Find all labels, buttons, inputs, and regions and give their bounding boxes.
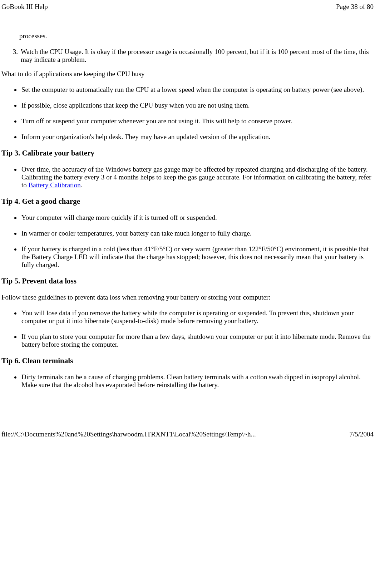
page-footer: file://C:\Documents%20and%20Settings\har… <box>1 397 374 441</box>
bullet-list-tip6: Dirty terminals can be a cause of chargi… <box>1 373 374 389</box>
bullet-list-tip5: You will lose data if you remove the bat… <box>1 309 374 349</box>
list-item: Dirty terminals can be a cause of chargi… <box>21 373 374 389</box>
list-item: Your computer will charge more quickly i… <box>21 214 374 222</box>
list-item: Set the computer to automatically run th… <box>21 86 374 94</box>
list-item: Inform your organization's help desk. Th… <box>21 133 374 141</box>
header-page-number: Page 38 of 80 <box>336 3 374 11</box>
continued-fragment: processes. <box>19 32 374 40</box>
list-item: If possible, close applications that kee… <box>21 102 374 109</box>
list-item: Watch the CPU Usage. It is okay if the p… <box>9 48 374 64</box>
numbered-list: Watch the CPU Usage. It is okay if the p… <box>1 48 374 64</box>
tip3-heading: Tip 3. Calibrate your battery <box>1 149 374 158</box>
tip5-heading: Tip 5. Prevent data loss <box>1 277 374 286</box>
tip5-intro: Follow these guidelines to prevent data … <box>1 293 374 301</box>
tip4-heading: Tip 4. Get a good charge <box>1 197 374 206</box>
list-item: Turn off or suspend your computer whenev… <box>21 117 374 125</box>
battery-calibration-link[interactable]: Battery Calibration <box>29 181 81 189</box>
list-item: If you plan to store your computer for m… <box>21 333 374 349</box>
document-body: processes. Watch the CPU Usage. It is ok… <box>1 32 374 389</box>
tip3-text-post: . <box>81 181 83 189</box>
bullet-list-tip3: Over time, the accuracy of the Windows b… <box>1 165 374 189</box>
footer-date: 7/5/2004 <box>349 430 374 438</box>
section-intro: What to do if applications are keeping t… <box>1 70 374 78</box>
list-item: Over time, the accuracy of the Windows b… <box>21 165 374 189</box>
bullet-list-tip4: Your computer will charge more quickly i… <box>1 214 374 269</box>
list-item: In warmer or cooler temperatures, your b… <box>21 229 374 237</box>
tip6-heading: Tip 6. Clean terminals <box>1 356 374 365</box>
footer-path: file://C:\Documents%20and%20Settings\har… <box>1 430 256 438</box>
list-item: You will lose data if you remove the bat… <box>21 309 374 325</box>
list-item: If your battery is charged in a cold (le… <box>21 245 374 269</box>
header-title: GoBook III Help <box>1 3 48 11</box>
bullet-list-cpu-busy: Set the computer to automatically run th… <box>1 86 374 141</box>
page-header: GoBook III Help Page 38 of 80 <box>1 0 374 32</box>
